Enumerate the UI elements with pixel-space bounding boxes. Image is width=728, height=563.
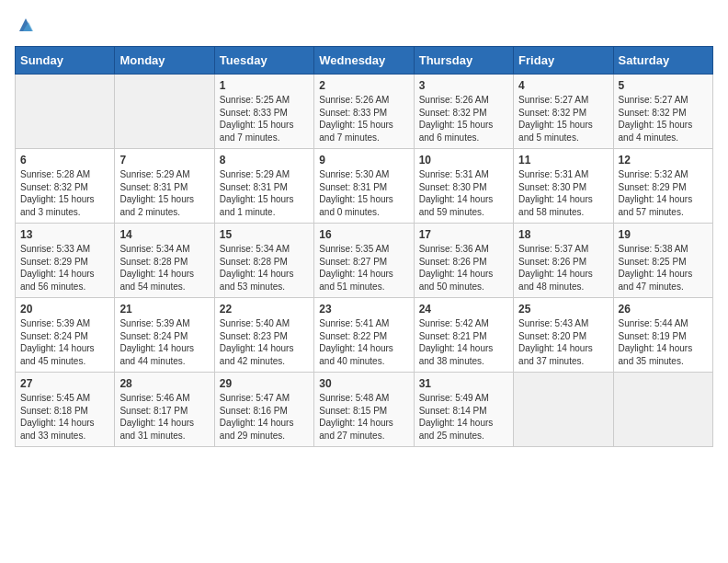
calendar-cell: [115, 75, 214, 149]
calendar-cell: 27Sunrise: 5:45 AM Sunset: 8:18 PM Dayli…: [16, 373, 115, 447]
day-number: 12: [619, 154, 708, 167]
day-info: Sunrise: 5:33 AM Sunset: 8:29 PM Dayligh…: [20, 243, 109, 293]
calendar-cell: 3Sunrise: 5:26 AM Sunset: 8:32 PM Daylig…: [414, 75, 513, 149]
day-number: 18: [518, 228, 608, 241]
day-info: Sunrise: 5:46 AM Sunset: 8:17 PM Dayligh…: [119, 392, 209, 442]
day-info: Sunrise: 5:29 AM Sunset: 8:31 PM Dayligh…: [119, 168, 209, 218]
day-info: Sunrise: 5:44 AM Sunset: 8:19 PM Dayligh…: [619, 317, 708, 367]
weekday-header-friday: Friday: [514, 47, 613, 75]
calendar-cell: 31Sunrise: 5:49 AM Sunset: 8:14 PM Dayli…: [414, 373, 513, 447]
calendar-cell: [16, 75, 115, 149]
day-info: Sunrise: 5:49 AM Sunset: 8:14 PM Dayligh…: [419, 392, 508, 442]
day-number: 23: [319, 303, 408, 316]
day-info: Sunrise: 5:39 AM Sunset: 8:24 PM Dayligh…: [20, 317, 109, 367]
day-info: Sunrise: 5:26 AM Sunset: 8:33 PM Dayligh…: [319, 94, 408, 144]
calendar-cell: 20Sunrise: 5:39 AM Sunset: 8:24 PM Dayli…: [16, 298, 115, 373]
calendar-cell: 26Sunrise: 5:44 AM Sunset: 8:19 PM Dayli…: [613, 298, 712, 373]
day-number: 2: [319, 79, 408, 92]
day-number: 17: [419, 228, 508, 241]
day-number: 7: [119, 154, 209, 167]
day-number: 27: [20, 377, 109, 390]
day-number: 1: [220, 79, 309, 92]
weekday-header-thursday: Thursday: [414, 47, 513, 75]
day-number: 31: [419, 377, 508, 390]
day-number: 28: [119, 377, 209, 390]
day-number: 24: [419, 303, 508, 316]
day-number: 21: [119, 303, 209, 316]
calendar-cell: 13Sunrise: 5:33 AM Sunset: 8:29 PM Dayli…: [16, 224, 115, 298]
day-number: 19: [619, 228, 708, 241]
calendar-cell: 25Sunrise: 5:43 AM Sunset: 8:20 PM Dayli…: [514, 298, 613, 373]
calendar-cell: 9Sunrise: 5:30 AM Sunset: 8:31 PM Daylig…: [314, 149, 414, 224]
day-info: Sunrise: 5:28 AM Sunset: 8:32 PM Dayligh…: [20, 168, 109, 218]
weekday-header-saturday: Saturday: [613, 47, 712, 75]
day-info: Sunrise: 5:31 AM Sunset: 8:30 PM Dayligh…: [518, 168, 608, 218]
calendar-cell: 17Sunrise: 5:36 AM Sunset: 8:26 PM Dayli…: [414, 224, 513, 298]
day-info: Sunrise: 5:29 AM Sunset: 8:31 PM Dayligh…: [220, 168, 309, 218]
calendar-cell: 10Sunrise: 5:31 AM Sunset: 8:30 PM Dayli…: [414, 149, 513, 224]
calendar-cell: 8Sunrise: 5:29 AM Sunset: 8:31 PM Daylig…: [214, 149, 313, 224]
calendar-cell: 19Sunrise: 5:38 AM Sunset: 8:25 PM Dayli…: [613, 224, 712, 298]
day-number: 11: [518, 154, 608, 167]
calendar-cell: [514, 373, 613, 447]
logo-icon: [16, 15, 36, 35]
calendar-cell: 12Sunrise: 5:32 AM Sunset: 8:29 PM Dayli…: [613, 149, 712, 224]
day-info: Sunrise: 5:39 AM Sunset: 8:24 PM Dayligh…: [119, 317, 209, 367]
day-info: Sunrise: 5:26 AM Sunset: 8:32 PM Dayligh…: [419, 94, 508, 144]
calendar-cell: 24Sunrise: 5:42 AM Sunset: 8:21 PM Dayli…: [414, 298, 513, 373]
day-info: Sunrise: 5:27 AM Sunset: 8:32 PM Dayligh…: [518, 94, 608, 144]
calendar-cell: 1Sunrise: 5:25 AM Sunset: 8:33 PM Daylig…: [214, 75, 313, 149]
day-info: Sunrise: 5:37 AM Sunset: 8:26 PM Dayligh…: [518, 243, 608, 293]
day-info: Sunrise: 5:25 AM Sunset: 8:33 PM Dayligh…: [220, 94, 309, 144]
day-number: 4: [518, 79, 608, 92]
weekday-header-sunday: Sunday: [16, 47, 115, 75]
day-number: 5: [619, 79, 708, 92]
weekday-header-tuesday: Tuesday: [214, 47, 313, 75]
day-info: Sunrise: 5:38 AM Sunset: 8:25 PM Dayligh…: [619, 243, 708, 293]
day-number: 30: [319, 377, 408, 390]
calendar-cell: 28Sunrise: 5:46 AM Sunset: 8:17 PM Dayli…: [115, 373, 214, 447]
day-number: 8: [220, 154, 309, 167]
calendar-cell: 2Sunrise: 5:26 AM Sunset: 8:33 PM Daylig…: [314, 75, 414, 149]
page-header: [15, 15, 713, 35]
day-info: Sunrise: 5:35 AM Sunset: 8:27 PM Dayligh…: [319, 243, 408, 293]
day-info: Sunrise: 5:48 AM Sunset: 8:15 PM Dayligh…: [319, 392, 408, 442]
calendar-cell: 18Sunrise: 5:37 AM Sunset: 8:26 PM Dayli…: [514, 224, 613, 298]
day-info: Sunrise: 5:42 AM Sunset: 8:21 PM Dayligh…: [419, 317, 508, 367]
logo: [15, 15, 36, 35]
day-number: 20: [20, 303, 109, 316]
calendar-cell: 22Sunrise: 5:40 AM Sunset: 8:23 PM Dayli…: [214, 298, 313, 373]
day-number: 3: [419, 79, 508, 92]
day-number: 9: [319, 154, 408, 167]
day-number: 10: [419, 154, 508, 167]
calendar-cell: 11Sunrise: 5:31 AM Sunset: 8:30 PM Dayli…: [514, 149, 613, 224]
calendar-cell: 29Sunrise: 5:47 AM Sunset: 8:16 PM Dayli…: [214, 373, 313, 447]
day-info: Sunrise: 5:41 AM Sunset: 8:22 PM Dayligh…: [319, 317, 408, 367]
calendar-table: SundayMondayTuesdayWednesdayThursdayFrid…: [15, 46, 713, 447]
day-number: 13: [20, 228, 109, 241]
day-number: 14: [119, 228, 209, 241]
calendar-cell: 14Sunrise: 5:34 AM Sunset: 8:28 PM Dayli…: [115, 224, 214, 298]
calendar-cell: 7Sunrise: 5:29 AM Sunset: 8:31 PM Daylig…: [115, 149, 214, 224]
day-number: 15: [220, 228, 309, 241]
day-info: Sunrise: 5:40 AM Sunset: 8:23 PM Dayligh…: [220, 317, 309, 367]
day-number: 16: [319, 228, 408, 241]
day-info: Sunrise: 5:32 AM Sunset: 8:29 PM Dayligh…: [619, 168, 708, 218]
day-number: 6: [20, 154, 109, 167]
calendar-cell: [613, 373, 712, 447]
day-info: Sunrise: 5:43 AM Sunset: 8:20 PM Dayligh…: [518, 317, 608, 367]
calendar-cell: 16Sunrise: 5:35 AM Sunset: 8:27 PM Dayli…: [314, 224, 414, 298]
day-number: 22: [220, 303, 309, 316]
day-info: Sunrise: 5:30 AM Sunset: 8:31 PM Dayligh…: [319, 168, 408, 218]
day-number: 26: [619, 303, 708, 316]
calendar-cell: 15Sunrise: 5:34 AM Sunset: 8:28 PM Dayli…: [214, 224, 313, 298]
calendar-cell: 23Sunrise: 5:41 AM Sunset: 8:22 PM Dayli…: [314, 298, 414, 373]
calendar-cell: 4Sunrise: 5:27 AM Sunset: 8:32 PM Daylig…: [514, 75, 613, 149]
day-info: Sunrise: 5:31 AM Sunset: 8:30 PM Dayligh…: [419, 168, 508, 218]
day-info: Sunrise: 5:47 AM Sunset: 8:16 PM Dayligh…: [220, 392, 309, 442]
calendar-cell: 5Sunrise: 5:27 AM Sunset: 8:32 PM Daylig…: [613, 75, 712, 149]
day-info: Sunrise: 5:34 AM Sunset: 8:28 PM Dayligh…: [220, 243, 309, 293]
day-info: Sunrise: 5:36 AM Sunset: 8:26 PM Dayligh…: [419, 243, 508, 293]
calendar-cell: 30Sunrise: 5:48 AM Sunset: 8:15 PM Dayli…: [314, 373, 414, 447]
calendar-cell: 21Sunrise: 5:39 AM Sunset: 8:24 PM Dayli…: [115, 298, 214, 373]
